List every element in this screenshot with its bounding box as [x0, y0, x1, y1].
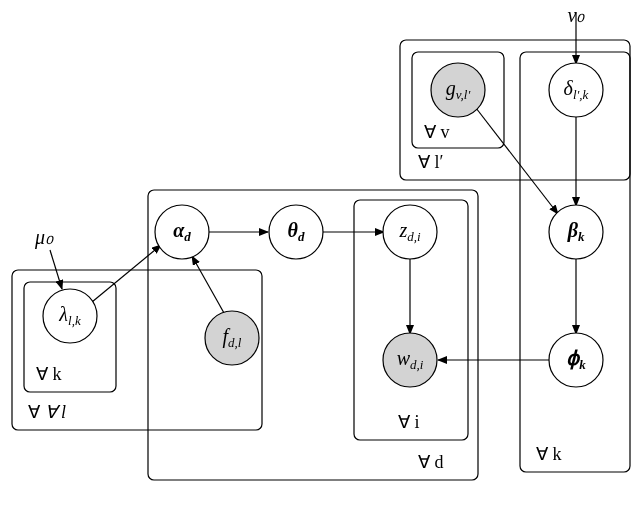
svg-text:∀ ∀ l: ∀ ∀ l	[28, 402, 66, 422]
svg-text:∀ k: ∀ k	[36, 364, 62, 384]
svg-text:∀ i: ∀ i	[398, 412, 420, 432]
edge-g-beta	[476, 108, 558, 214]
edge-f-alpha	[192, 256, 224, 313]
node-g: gv,l′	[431, 63, 485, 117]
hyperparam-nu0: ν₀	[568, 4, 586, 26]
node-alpha: αd	[155, 205, 209, 259]
node-phi: ϕk	[549, 333, 603, 387]
plate-k-right-label: ∀ k	[536, 444, 562, 464]
node-z: zd,i	[383, 205, 437, 259]
hyperparam-mu0: μ₀	[34, 226, 54, 249]
svg-text:∀ v: ∀ v	[424, 122, 450, 142]
node-lambda: λl,k	[43, 289, 97, 343]
plate-d-label: ∀ d	[418, 452, 444, 472]
node-w: wd,i	[383, 333, 437, 387]
node-beta: βk	[549, 205, 603, 259]
node-theta: θd	[269, 205, 323, 259]
plate-lprime-label: ∀ l′	[418, 152, 444, 172]
svg-text:∀ l′: ∀ l′	[418, 152, 444, 172]
plate-k-left-label: ∀ k	[36, 364, 62, 384]
node-delta: δl′,k	[549, 63, 603, 117]
node-f: fd,l	[205, 311, 259, 365]
svg-text:∀ d: ∀ d	[418, 452, 444, 472]
svg-text:∀ k: ∀ k	[536, 444, 562, 464]
plate-l-label: ∀ l	[45, 402, 67, 422]
plate-v-label: ∀ v	[424, 122, 450, 142]
plate-i-label: ∀ i	[398, 412, 420, 432]
edge-lambda-alpha	[92, 245, 161, 302]
graphical-model-diagram: ∀ ∀ l ∀ k ∀ d ∀ i ∀ l′ ∀ v ∀ k μ₀ ν₀ λl,	[0, 0, 640, 510]
